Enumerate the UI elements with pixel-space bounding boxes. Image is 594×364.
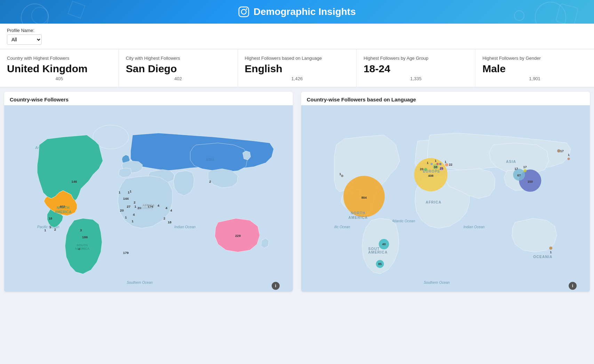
country-map-svg: Arctic Ocean Pacific Ocean Atlantic Ocea… xyxy=(4,105,293,292)
page-header: Demographic Insights xyxy=(0,0,594,24)
svg-text:150: 150 xyxy=(528,180,533,183)
svg-text:Southern Ocean: Southern Ocean xyxy=(127,281,153,284)
svg-text:Indian Ocean: Indian Ocean xyxy=(174,225,195,229)
stat-label-country: Country with Highest Followers xyxy=(7,56,112,61)
stat-count-gender: 1,901 xyxy=(482,76,587,81)
svg-point-65 xyxy=(445,163,448,166)
svg-point-2 xyxy=(246,8,247,10)
svg-text:ASIA: ASIA xyxy=(506,160,516,164)
stat-label-age: Highest Followers by Age Group xyxy=(363,56,468,61)
svg-text:NORTH: NORTH xyxy=(351,211,366,215)
svg-text:4: 4 xyxy=(158,204,160,207)
svg-text:AFRICA: AFRICA xyxy=(143,204,155,207)
svg-text:AMERICA: AMERICA xyxy=(75,247,90,250)
stat-card-age: Highest Followers by Age Group 18-24 1,3… xyxy=(356,49,475,87)
svg-text:67: 67 xyxy=(517,174,521,177)
maps-row: Country-wise Followers Arctic Ocean Paci… xyxy=(0,88,594,296)
svg-text:38: 38 xyxy=(434,165,437,169)
profile-label: Profile Name: xyxy=(7,28,587,33)
stat-count-language: 1,426 xyxy=(245,76,350,81)
stat-card-country: Country with Highest Followers United Ki… xyxy=(0,49,119,87)
stats-row: Country with Highest Followers United Ki… xyxy=(0,49,594,88)
svg-point-81 xyxy=(549,247,552,250)
svg-text:17: 17 xyxy=(523,165,527,169)
svg-text:1: 1 xyxy=(339,172,341,176)
stat-value-language: English xyxy=(245,63,350,75)
svg-text:ASIA: ASIA xyxy=(206,158,215,162)
stat-value-city: San Diego xyxy=(126,63,231,75)
svg-text:Indian Ocean: Indian Ocean xyxy=(463,225,484,229)
svg-text:AMERICA: AMERICA xyxy=(55,210,71,214)
svg-text:2: 2 xyxy=(209,180,211,183)
stat-value-country: United Kingdom xyxy=(7,63,112,75)
stat-count-age: 1,335 xyxy=(363,76,468,81)
svg-point-75 xyxy=(523,169,527,172)
svg-text:4: 4 xyxy=(133,213,135,216)
svg-point-83 xyxy=(568,158,570,160)
svg-text:1: 1 xyxy=(44,228,46,232)
controls-bar: Profile Name: All xyxy=(0,24,594,49)
svg-point-71 xyxy=(439,163,442,165)
svg-text:229: 229 xyxy=(235,234,241,238)
svg-text:18: 18 xyxy=(48,216,52,220)
svg-text:40: 40 xyxy=(382,242,386,246)
svg-text:AMERICA: AMERICA xyxy=(348,216,368,220)
stat-label-language: Highest Followers based on Language xyxy=(245,56,350,61)
svg-text:1: 1 xyxy=(125,215,127,219)
svg-point-73 xyxy=(431,163,433,165)
svg-text:22: 22 xyxy=(449,163,452,166)
svg-text:85: 85 xyxy=(378,262,382,266)
svg-text:1: 1 xyxy=(135,205,137,208)
svg-text:179: 179 xyxy=(123,251,129,255)
instagram-icon xyxy=(238,6,249,17)
svg-text:18: 18 xyxy=(168,220,171,224)
svg-text:1: 1 xyxy=(119,190,121,194)
svg-point-1 xyxy=(241,9,246,14)
svg-text:AMERICA: AMERICA xyxy=(368,250,388,254)
svg-text:EUROPE: EUROPE xyxy=(423,169,440,173)
svg-text:4: 4 xyxy=(166,206,168,210)
country-followers-map: Arctic Ocean Pacific Ocean Atlantic Ocea… xyxy=(4,105,293,292)
svg-text:1: 1 xyxy=(550,250,552,254)
svg-text:i: i xyxy=(572,283,573,288)
profile-select[interactable]: All xyxy=(7,34,42,45)
stat-count-city: 402 xyxy=(126,76,231,81)
svg-text:2: 2 xyxy=(134,200,136,204)
svg-text:1: 1 xyxy=(427,161,428,165)
svg-text:17: 17 xyxy=(560,149,564,153)
language-map-svg: ific Ocean Atlantic Ocean Indian Ocean S… xyxy=(301,105,590,292)
stat-value-gender: Male xyxy=(482,63,587,75)
svg-text:146: 146 xyxy=(71,180,77,183)
stat-count-country: 405 xyxy=(7,76,112,81)
country-followers-panel: Country-wise Followers Arctic Ocean Paci… xyxy=(4,92,293,292)
svg-text:4: 4 xyxy=(170,208,172,212)
svg-text:1: 1 xyxy=(49,225,51,229)
svg-point-69 xyxy=(436,163,439,165)
svg-text:OCEANIA: OCEANIA xyxy=(533,255,552,259)
svg-text:1: 1 xyxy=(435,159,436,163)
svg-text:NORTH: NORTH xyxy=(57,206,70,210)
stat-card-language: Highest Followers based on Language Engl… xyxy=(238,49,357,87)
svg-text:1: 1 xyxy=(130,189,132,193)
svg-point-79 xyxy=(341,175,344,177)
svg-text:186: 186 xyxy=(82,235,88,239)
svg-text:AFRICA: AFRICA xyxy=(426,200,442,204)
svg-text:1: 1 xyxy=(132,219,134,223)
svg-text:20: 20 xyxy=(120,208,124,212)
svg-text:804: 804 xyxy=(361,196,367,199)
svg-text:1: 1 xyxy=(568,153,570,157)
stat-value-age: 18-24 xyxy=(363,63,468,75)
svg-text:Atlantic Ocean: Atlantic Ocean xyxy=(392,219,415,223)
svg-text:i: i xyxy=(275,283,276,288)
stat-label-city: City with Highest Followers xyxy=(126,56,231,61)
country-followers-title: Country-wise Followers xyxy=(4,92,293,105)
language-followers-title: Country-wise Followers based on Language xyxy=(301,92,590,105)
svg-text:3: 3 xyxy=(80,228,82,232)
stat-card-city: City with Highest Followers San Diego 40… xyxy=(119,49,238,87)
svg-text:SOUTH: SOUTH xyxy=(77,243,88,247)
svg-text:144: 144 xyxy=(123,197,129,200)
svg-text:2: 2 xyxy=(54,228,56,231)
svg-text:ific Ocean: ific Ocean xyxy=(334,225,350,229)
svg-rect-0 xyxy=(239,7,249,17)
svg-text:Southern Ocean: Southern Ocean xyxy=(424,281,450,284)
